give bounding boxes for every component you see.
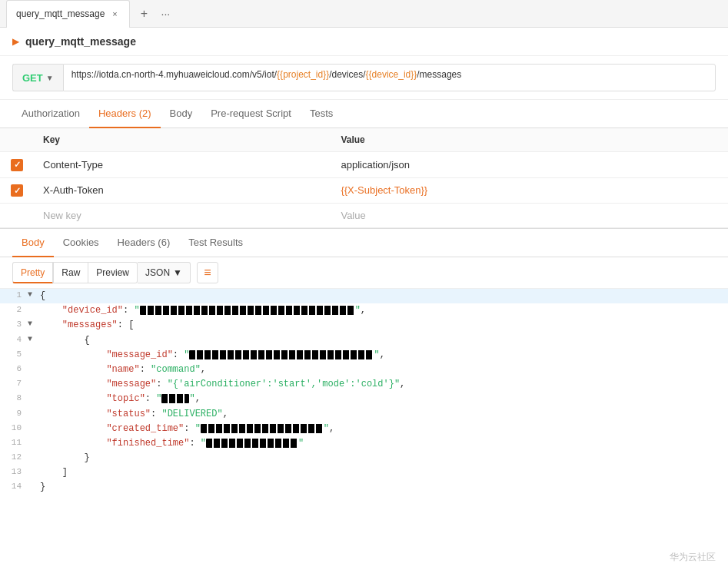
tab-tests[interactable]: Tests [301,100,342,128]
line-arrow-10 [28,422,40,434]
collapse-icon[interactable]: ▶ [12,36,19,47]
tab-headers[interactable]: Headers (2) [89,100,161,128]
row2-value[interactable]: {{X-Subject-Token}} [331,177,728,204]
tab-body-req[interactable]: Body [161,100,202,128]
row1-checkbox[interactable]: ✓ [11,159,23,171]
new-row-checkbox-cell [0,204,34,228]
code-line-10: 10 "created_time": " ", [0,422,728,436]
line-num-13: 13 [0,465,28,479]
tab-headers-resp[interactable]: Headers (6) [108,229,180,257]
active-tab[interactable]: query_mqtt_message × [6,0,130,28]
row2-checkbox-cell: ✓ [0,177,34,204]
format-dropdown[interactable]: JSON ▼ [138,262,191,283]
tab-authorization[interactable]: Authorization [12,100,89,128]
line-content-8: "topic": " ", [40,392,728,406]
line-content-7: "message": "{'airConditioner':'start','m… [40,377,728,392]
new-tab-button[interactable]: + [133,3,155,25]
code-line-3: 3 ▼ "messages": [ [0,318,728,333]
line-arrow-6 [28,363,40,375]
code-line-6: 6 "name": "command", [0,363,728,377]
tab-cookies-label: Cookies [63,237,99,248]
code-area: 1 ▼ { 2 "device_id": " ", 3 ▼ "messages"… [0,289,728,495]
line-arrow-7 [28,377,40,389]
new-row-key[interactable]: New key [34,204,331,228]
tab-close-button[interactable]: × [109,8,120,19]
url-suffix: /messages [417,69,461,80]
line-num-11: 11 [0,436,28,450]
tab-pre-request[interactable]: Pre-request Script [201,100,301,128]
line-content-4: { [40,333,728,348]
line-content-1: { [40,289,728,303]
row1-value[interactable]: application/json [331,152,728,178]
format-chevron-icon: ▼ [173,267,182,278]
line-content-13: ] [40,465,728,480]
line-num-7: 7 [0,377,28,391]
line-arrow-14 [28,480,40,492]
wrap-icon: ≡ [204,266,211,280]
row2-checkbox[interactable]: ✓ [11,184,23,197]
request-name: query_mqtt_message [25,35,136,48]
line-content-5: "message_id": " ", [40,348,728,363]
line-arrow-3[interactable]: ▼ [28,318,40,330]
wrap-button[interactable]: ≡ [197,262,218,283]
line-content-9: "status": "DELIVERED", [40,407,728,422]
body-toolbar: Pretty Raw Preview JSON ▼ ≡ [0,257,728,289]
pretty-button[interactable]: Pretty [12,262,53,283]
line-arrow-12 [28,451,40,463]
line-num-9: 9 [0,407,28,421]
line-arrow-4[interactable]: ▼ [28,333,40,346]
line-content-11: "finished_time": " " [40,436,728,451]
url-var2: {{device_id}} [366,69,417,80]
code-line-11: 11 "finished_time": " " [0,436,728,451]
watermark: 华为云社区 [670,551,716,564]
method-dropdown[interactable]: GET ▼ [12,64,63,91]
new-value-placeholder: Value [341,210,365,221]
tab-body-resp[interactable]: Body [12,229,54,257]
new-row-value[interactable]: Value [331,204,728,228]
line-num-6: 6 [0,363,28,376]
url-input[interactable]: https://iotda.cn-north-4.myhuaweicloud.c… [63,64,716,91]
raw-button[interactable]: Raw [53,262,88,283]
url-mid: /devices/ [329,69,365,80]
line-arrow-8 [28,392,40,404]
line-num-14: 14 [0,480,28,494]
tab-test-results[interactable]: Test Results [179,229,252,257]
request-tabs: Authorization Headers (2) Body Pre-reque… [0,100,728,128]
code-line-4: 4 ▼ { [0,333,728,348]
row2-key[interactable]: X-Auth-Token [34,177,331,204]
preview-button[interactable]: Preview [88,262,138,283]
line-num-2: 2 [0,303,28,317]
line-arrow-2 [28,303,40,316]
code-line-7: 7 "message": "{'airConditioner':'start',… [0,377,728,392]
request-name-row: ▶ query_mqtt_message [0,28,728,56]
header-col-value: Value [331,128,728,152]
tab-body-req-label: Body [170,108,193,119]
tab-bar: query_mqtt_message × + ··· [0,0,728,28]
tab-more-button[interactable]: ··· [155,3,176,25]
code-line-12: 12 } [0,451,728,465]
header-col-checkbox [0,128,34,152]
header-col-key: Key [34,128,331,152]
code-line-9: 9 "status": "DELIVERED", [0,407,728,422]
code-line-13: 13 ] [0,465,728,480]
table-row-new: New key Value [0,204,728,228]
tab-cookies[interactable]: Cookies [54,229,108,257]
response-section: Body Cookies Headers (6) Test Results Pr… [0,228,728,573]
line-content-12: } [40,451,728,465]
line-arrow-13 [28,465,40,478]
url-prefix: https://iotda.cn-north-4.myhuaweicloud.c… [71,69,277,80]
app-container: query_mqtt_message × + ··· ▶ query_mqtt_… [0,0,728,573]
method-label: GET [22,72,43,84]
response-tabs: Body Cookies Headers (6) Test Results [0,229,728,257]
line-content-2: "device_id": " ", [40,303,728,318]
line-num-5: 5 [0,348,28,362]
tab-headers-label: Headers (2) [98,108,151,119]
line-content-14: } [40,480,728,495]
line-num-12: 12 [0,451,28,465]
code-line-8: 8 "topic": " ", [0,392,728,406]
table-row: ✓ X-Auth-Token {{X-Subject-Token}} [0,177,728,204]
line-arrow-1[interactable]: ▼ [28,289,40,301]
tab-body-resp-label: Body [22,237,45,248]
row1-key[interactable]: Content-Type [34,152,331,178]
line-num-3: 3 [0,318,28,332]
